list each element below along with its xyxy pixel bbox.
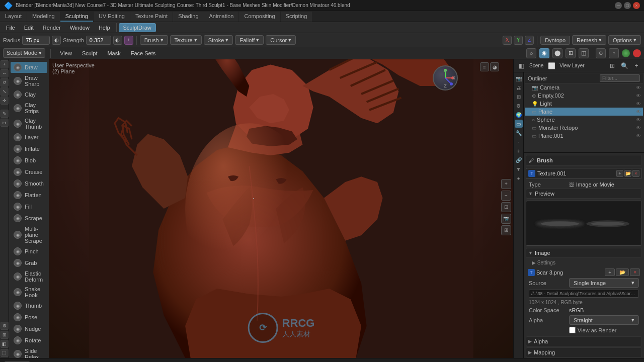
cursor-dropdown[interactable]: Cursor ▾ bbox=[266, 35, 296, 45]
zoom-out-btn[interactable]: − bbox=[501, 191, 511, 201]
outliner-item-plane[interactable]: ▭ Plane 👁 bbox=[525, 108, 643, 116]
view-local-btn[interactable]: ⊞ bbox=[1, 331, 9, 339]
brush-elastic-deform[interactable]: ◉Elastic Deform bbox=[11, 269, 47, 284]
brush-draw-sharp[interactable]: ◉Draw Sharp bbox=[11, 73, 47, 88]
view-menu[interactable]: View bbox=[56, 49, 76, 57]
image-header[interactable]: ▼ Image bbox=[526, 248, 642, 258]
outliner-item-visibility[interactable]: 👁 bbox=[636, 93, 641, 99]
viewport[interactable]: User Perspective (2) Plane Y X Z bbox=[49, 59, 513, 358]
xyz-y[interactable]: Y bbox=[514, 36, 523, 45]
move-tool[interactable]: ↔ bbox=[1, 69, 9, 77]
direction-toggle[interactable]: + bbox=[124, 36, 133, 45]
brush-flatten[interactable]: ◉Flatten bbox=[11, 190, 47, 201]
remesh-btn[interactable]: Remesh ▾ bbox=[572, 35, 606, 45]
workflow-tab-texture-paint[interactable]: Texture Paint bbox=[130, 12, 173, 22]
view-settings-btn[interactable]: ⚙ bbox=[1, 322, 9, 330]
zoom-in-btn[interactable]: + bbox=[501, 179, 511, 189]
outliner-item-plane-001[interactable]: ▭ Plane.001 👁 bbox=[525, 132, 643, 140]
brush-inflate[interactable]: ◉Inflate bbox=[11, 143, 47, 154]
menu-edit[interactable]: Edit bbox=[20, 24, 38, 32]
texture-browse-btn[interactable]: 📂 bbox=[624, 170, 631, 177]
shading-material-btn[interactable]: ◉ bbox=[539, 48, 549, 58]
maximize-button[interactable]: □ bbox=[624, 2, 631, 9]
cursor-tool[interactable]: + bbox=[1, 60, 9, 68]
brush-crease[interactable]: ◉Crease bbox=[11, 166, 47, 177]
snap-btn[interactable]: ⊙ bbox=[596, 48, 606, 58]
camera-view-btn[interactable]: 📷 bbox=[501, 214, 511, 224]
falloff-dropdown[interactable]: Falloff ▾ bbox=[235, 35, 264, 45]
view-side-btn[interactable]: ◧ bbox=[1, 340, 9, 348]
measure-tool[interactable]: ↦ bbox=[1, 119, 9, 127]
settings-label[interactable]: ▶ Settings bbox=[528, 259, 640, 266]
shading-render-btn[interactable]: ⬤ bbox=[552, 48, 562, 58]
xyz-z[interactable]: Z bbox=[525, 36, 534, 45]
view-layer-props-icon[interactable]: ⊞ bbox=[515, 93, 523, 101]
proportional-btn[interactable]: ○ bbox=[609, 48, 619, 58]
sculpt-mode-dropdown[interactable]: Sculpt Mode ▾ bbox=[3, 48, 45, 58]
viewport-shading-icon[interactable]: ◕ bbox=[490, 62, 499, 71]
overlay-settings-icon[interactable]: ≡ bbox=[480, 62, 489, 71]
brush-pinch[interactable]: ◉Pinch bbox=[11, 246, 47, 257]
search-icon[interactable]: 🔍 bbox=[619, 60, 630, 71]
brush-grab[interactable]: ◉Grab bbox=[11, 257, 47, 268]
constraints-props-icon[interactable]: 🔗 bbox=[515, 156, 523, 164]
view-front-btn[interactable]: ⬚ bbox=[1, 349, 9, 357]
texture-delete-btn[interactable]: × bbox=[632, 170, 639, 177]
scar-new-btn[interactable]: + bbox=[605, 268, 615, 276]
workflow-tab-compositing[interactable]: Compositing bbox=[239, 12, 280, 22]
radius-input[interactable] bbox=[22, 36, 50, 45]
brush-rotate[interactable]: ◉Rotate bbox=[11, 335, 47, 346]
outliner-item-visibility[interactable]: 👁 bbox=[636, 85, 641, 90]
outliner-item-visibility[interactable]: 👁 bbox=[636, 133, 641, 139]
brush-smooth[interactable]: ◉Smooth bbox=[11, 178, 47, 189]
options-btn[interactable]: Options ▾ bbox=[608, 35, 641, 45]
outliner-item-visibility[interactable]: 👁 bbox=[636, 117, 641, 123]
menu-help[interactable]: Help bbox=[95, 24, 114, 32]
texture-new-btn[interactable]: + bbox=[616, 170, 623, 177]
brush-draw[interactable]: ◉Draw bbox=[11, 62, 47, 73]
radius-toggle[interactable]: ◐ bbox=[52, 36, 61, 45]
outliner-item-monster-retopo[interactable]: ▭ Monster Retopo 👁 bbox=[525, 124, 643, 132]
overlay-btn[interactable]: ⊞ bbox=[566, 48, 576, 58]
filter-icon[interactable]: ⊞ bbox=[607, 60, 618, 71]
outliner-item-visibility[interactable]: 👁 bbox=[636, 109, 641, 115]
mask-menu[interactable]: Mask bbox=[103, 49, 124, 57]
sculpt-menu[interactable]: Sculpt bbox=[78, 49, 102, 57]
strength-toggle[interactable]: ◐ bbox=[113, 36, 122, 45]
preview-header[interactable]: ▼ Preview bbox=[526, 189, 642, 199]
menu-window[interactable]: Window bbox=[66, 24, 94, 32]
world-props-icon[interactable]: 🌍 bbox=[515, 111, 523, 119]
brush-layer[interactable]: ◉Layer bbox=[11, 132, 47, 143]
stroke-dropdown[interactable]: Stroke ▾ bbox=[204, 35, 233, 45]
outliner-search-input[interactable] bbox=[600, 74, 640, 82]
render-props-icon[interactable]: 📷 bbox=[515, 74, 523, 82]
scale-tool[interactable]: ⤡ bbox=[1, 87, 9, 96]
object-props-icon[interactable]: ▭ bbox=[515, 120, 523, 128]
modifier-props-icon[interactable]: 🔧 bbox=[515, 129, 523, 137]
view-all-btn[interactable]: ⊡ bbox=[501, 202, 511, 212]
xray-btn[interactable]: ◫ bbox=[579, 48, 589, 58]
workflow-tab-layout[interactable]: Layout bbox=[0, 12, 27, 22]
brush-snake-hook[interactable]: ◉Snake Hook bbox=[11, 285, 47, 300]
outliner-item-sphere[interactable]: ○ Sphere 👁 bbox=[525, 116, 643, 124]
brush-clay-strips[interactable]: ◉Clay Strips bbox=[11, 101, 47, 116]
brush-clay-thumb[interactable]: ◉Clay Thumb bbox=[11, 116, 47, 131]
menu-render[interactable]: Render bbox=[39, 24, 65, 32]
workflow-tab-shading[interactable]: Shading bbox=[173, 12, 203, 22]
physics-props-icon[interactable]: ⚛ bbox=[515, 147, 523, 155]
workflow-tab-animation[interactable]: Animation bbox=[204, 12, 239, 22]
workflow-tab-sculpting[interactable]: Sculpting bbox=[60, 12, 93, 22]
scar-browse-btn[interactable]: 📂 bbox=[616, 268, 629, 276]
particles-props-icon[interactable]: · bbox=[515, 138, 523, 146]
brush-pose[interactable]: ◉Pose bbox=[11, 312, 47, 323]
outliner-item-light[interactable]: 💡 Light 👁 bbox=[525, 100, 643, 108]
alpha-dropdown[interactable]: Straight ▾ bbox=[569, 315, 639, 325]
outliner-item-empty-002[interactable]: ⊕ Empty.002 👁 bbox=[525, 92, 643, 100]
brush-nudge[interactable]: ◉Nudge bbox=[11, 323, 47, 334]
view-as-render-checkbox[interactable] bbox=[569, 327, 576, 333]
dyntopo-btn[interactable]: Dyntopo bbox=[540, 36, 570, 45]
local-view-btn[interactable]: ⊞ bbox=[501, 225, 511, 235]
engine-selector[interactable]: SculptDraw bbox=[119, 23, 156, 32]
outliner-item-visibility[interactable]: 👁 bbox=[636, 101, 641, 107]
annotate-tool[interactable]: ✎ bbox=[1, 110, 9, 118]
